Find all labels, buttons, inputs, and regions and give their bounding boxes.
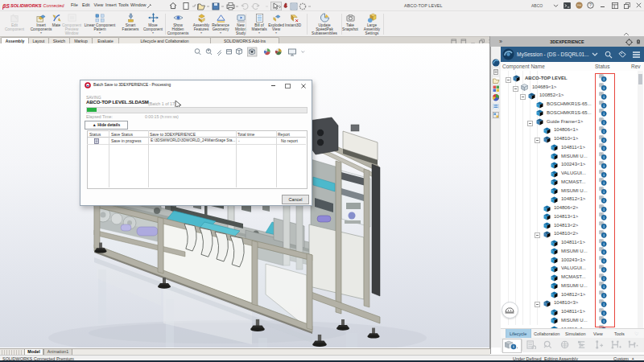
svg-text:FH: FH bbox=[577, 4, 581, 7]
svg-text:SOLIDWORKS: SOLIDWORKS bbox=[10, 3, 42, 8]
svg-text:Connected: Connected bbox=[43, 3, 65, 8]
svg-text:βS: βS bbox=[2, 3, 10, 10]
svg-text:?: ? bbox=[589, 2, 592, 7]
